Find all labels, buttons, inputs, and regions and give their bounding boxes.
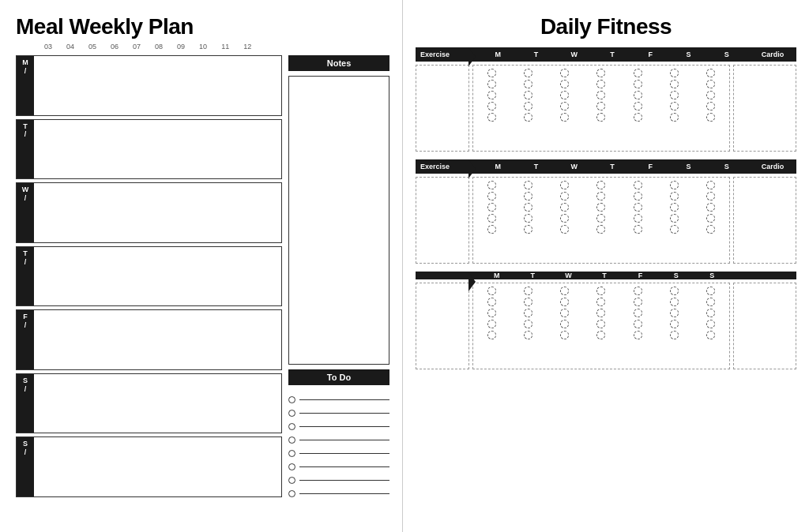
meal-grid: M/ T/ W/ T/ F/ xyxy=(16,55,389,497)
circle-item xyxy=(475,287,509,339)
cardio-col-2[interactable] xyxy=(733,177,796,264)
notes-todo-panel: Notes To Do xyxy=(288,55,389,497)
todo-circle xyxy=(288,436,295,444)
table-row: T/ xyxy=(16,246,282,307)
day-content-w[interactable] xyxy=(34,183,281,242)
circle-item xyxy=(694,69,728,122)
fitness-body-1 xyxy=(416,65,796,152)
circle-item xyxy=(621,287,655,339)
day-content-t2[interactable] xyxy=(34,247,281,306)
circles-grid-1 xyxy=(472,65,730,152)
page-title: Meal Weekly Plan xyxy=(16,14,389,39)
time-scale: 03 04 05 06 07 08 09 10 11 12 xyxy=(44,43,389,51)
circle-item xyxy=(694,181,728,234)
right-panel: Daily Fitness Exercise M T W T F S S Car… xyxy=(403,0,809,532)
todo-line xyxy=(299,480,389,481)
exercise-label-1: Exercise xyxy=(416,47,469,62)
exercise-col-2[interactable] xyxy=(416,177,469,264)
day-headers-3: M T W T F S S xyxy=(476,272,733,279)
meal-days: M/ T/ W/ T/ F/ xyxy=(16,55,282,497)
circle-item xyxy=(621,181,655,234)
day-label-m: M/ xyxy=(17,56,34,115)
notes-content[interactable] xyxy=(288,76,389,365)
day-label-w: W/ xyxy=(17,183,34,242)
fitness-body-3 xyxy=(416,283,796,369)
fitness-section-1: Exercise M T W T F S S Cardio xyxy=(416,47,796,152)
list-item[interactable] xyxy=(288,450,389,457)
notes-header: Notes xyxy=(288,55,389,71)
circle-item xyxy=(584,69,618,122)
list-item[interactable] xyxy=(288,423,389,430)
circle-item xyxy=(547,69,581,122)
fitness-title: Daily Fitness xyxy=(416,14,796,39)
list-item[interactable] xyxy=(288,463,389,470)
todo-circle xyxy=(288,477,295,484)
list-item[interactable] xyxy=(288,410,389,417)
day-headers-2: M T W T F S S xyxy=(476,163,749,170)
day-headers-1: M T W T F S S xyxy=(476,51,749,58)
circle-item xyxy=(657,181,691,234)
circle-item xyxy=(511,287,545,339)
day-label-t2: T/ xyxy=(17,247,34,306)
todo-line xyxy=(299,426,389,427)
exercise-label-2: Exercise xyxy=(416,159,469,174)
todo-circle xyxy=(288,410,295,417)
list-item[interactable] xyxy=(288,436,389,444)
todo-circle xyxy=(288,490,295,497)
circle-item xyxy=(694,287,728,339)
todo-header: To Do xyxy=(288,369,389,385)
circles-grid-3 xyxy=(472,283,730,369)
cardio-col-1[interactable] xyxy=(733,65,796,152)
todo-circle xyxy=(288,423,295,430)
todo-circle xyxy=(288,463,295,470)
list-item[interactable] xyxy=(288,477,389,484)
circle-item xyxy=(621,69,655,122)
fitness-header-1: Exercise M T W T F S S Cardio xyxy=(416,47,796,62)
exercise-col-1[interactable] xyxy=(416,65,469,152)
day-content-s1[interactable] xyxy=(34,374,281,433)
fitness-header-3: M T W T F S S xyxy=(416,272,796,279)
todo-line xyxy=(299,399,389,400)
list-item[interactable] xyxy=(288,490,389,497)
todo-line xyxy=(299,440,389,440)
cardio-label-2: Cardio xyxy=(749,159,796,174)
cardio-col-3[interactable] xyxy=(733,283,796,369)
todo-list xyxy=(288,396,389,497)
exercise-col-3[interactable] xyxy=(416,283,469,369)
fitness-body-2 xyxy=(416,177,796,264)
todo-circle xyxy=(288,396,295,403)
fitness-header-2: Exercise M T W T F S S Cardio xyxy=(416,159,796,174)
circles-grid-2 xyxy=(472,177,730,264)
day-content-t1[interactable] xyxy=(34,120,281,179)
circle-item xyxy=(657,69,691,122)
fitness-section-3: M T W T F S S xyxy=(416,272,796,369)
circle-item xyxy=(547,181,581,234)
circle-item xyxy=(475,69,509,122)
table-row: F/ xyxy=(16,309,282,370)
day-label-t1: T/ xyxy=(17,120,34,179)
circle-item xyxy=(547,287,581,339)
table-row: W/ xyxy=(16,182,282,243)
day-content-f[interactable] xyxy=(34,310,281,369)
table-row: S/ xyxy=(16,373,282,434)
table-row: S/ xyxy=(16,436,282,497)
circle-item xyxy=(584,181,618,234)
table-row: T/ xyxy=(16,119,282,180)
day-content-m[interactable] xyxy=(34,56,281,115)
todo-circle xyxy=(288,450,295,457)
list-item[interactable] xyxy=(288,396,389,403)
circle-item xyxy=(511,181,545,234)
circle-item xyxy=(511,69,545,122)
fitness-section-2: Exercise M T W T F S S Cardio xyxy=(416,159,796,264)
plain-cardio-3 xyxy=(733,272,796,279)
todo-line xyxy=(299,453,389,454)
day-content-s2[interactable] xyxy=(34,437,281,496)
day-label-s2: S/ xyxy=(17,437,34,496)
todo-line xyxy=(299,466,389,467)
todo-line xyxy=(299,413,389,414)
circle-item xyxy=(657,287,691,339)
day-label-s1: S/ xyxy=(17,374,34,433)
left-panel: Meal Weekly Plan 03 04 05 06 07 08 09 10… xyxy=(0,0,403,532)
circle-item xyxy=(584,287,618,339)
day-label-f: F/ xyxy=(17,310,34,369)
